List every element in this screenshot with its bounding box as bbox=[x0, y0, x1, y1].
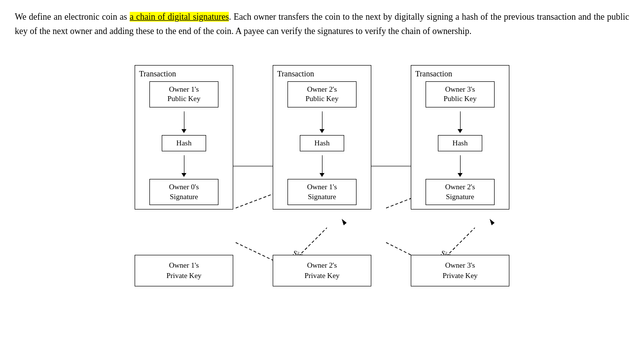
tx1-signature: Owner 0'sSignature bbox=[149, 179, 218, 205]
tx3-hash: Hash bbox=[438, 135, 482, 152]
tx1-public-key: Owner 1'sPublic Key bbox=[149, 81, 218, 107]
tx1-arrow2 bbox=[181, 155, 186, 177]
tx3-public-key: Owner 3'sPublic Key bbox=[426, 81, 495, 107]
tx3-signature: Owner 2'sSignature bbox=[426, 179, 495, 205]
transaction-box-3: Transaction Owner 3'sPublic Key Hash Own… bbox=[411, 65, 509, 210]
tx3-arrow2 bbox=[458, 155, 463, 177]
tx2-arrow1 bbox=[320, 111, 324, 133]
tx1-hash: Hash bbox=[162, 135, 206, 152]
text-before-highlight: We define an electronic coin as bbox=[15, 12, 130, 22]
private-key-3: Owner 3'sPrivate Key bbox=[411, 255, 509, 286]
private-key-2: Owner 2'sPrivate Key bbox=[273, 255, 371, 286]
private-key-1: Owner 1'sPrivate Key bbox=[135, 255, 233, 286]
diagram-container: Verify Sign Verify Sign Transaction Owne… bbox=[15, 50, 629, 292]
transaction-box-1: Transaction Owner 1'sPublic Key Hash Own… bbox=[135, 65, 233, 210]
svg-marker-4 bbox=[342, 219, 347, 225]
tx2-label: Transaction bbox=[277, 70, 314, 78]
transaction-box-2: Transaction Owner 2'sPublic Key Hash Own… bbox=[273, 65, 371, 210]
tx2-hash: Hash bbox=[300, 135, 344, 152]
tx2-signature: Owner 1'sSignature bbox=[287, 179, 357, 205]
highlighted-phrase: a chain of digital signatures bbox=[130, 12, 229, 22]
diagram-inner: Verify Sign Verify Sign Transaction Owne… bbox=[120, 50, 524, 292]
tx1-label: Transaction bbox=[139, 70, 176, 78]
tx1-arrow1 bbox=[181, 111, 186, 133]
tx3-label: Transaction bbox=[415, 70, 452, 78]
tx3-arrow1 bbox=[458, 111, 463, 133]
main-paragraph: We define an electronic coin as a chain … bbox=[15, 10, 629, 38]
tx2-public-key: Owner 2'sPublic Key bbox=[287, 81, 357, 107]
tx2-arrow2 bbox=[320, 155, 324, 177]
svg-marker-10 bbox=[490, 219, 495, 225]
